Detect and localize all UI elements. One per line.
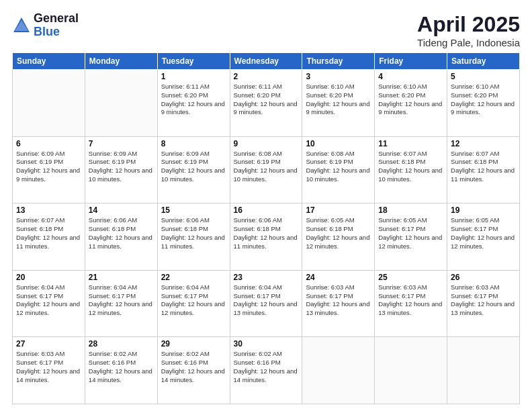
day-number: 21 <box>89 273 154 282</box>
day-cell: 6Sunrise: 6:09 AM Sunset: 6:19 PM Daylig… <box>13 136 85 203</box>
day-info: Sunrise: 6:07 AM Sunset: 6:18 PM Dayligh… <box>16 216 81 250</box>
day-info: Sunrise: 6:02 AM Sunset: 6:16 PM Dayligh… <box>89 350 154 384</box>
day-cell: 16Sunrise: 6:06 AM Sunset: 6:18 PM Dayli… <box>230 203 302 271</box>
day-info: Sunrise: 6:03 AM Sunset: 6:17 PM Dayligh… <box>16 350 81 384</box>
calendar-table: Sunday Monday Tuesday Wednesday Thursday… <box>12 52 520 404</box>
calendar-body: 1Sunrise: 6:11 AM Sunset: 6:20 PM Daylig… <box>13 70 520 404</box>
day-number: 18 <box>378 205 443 215</box>
day-info: Sunrise: 6:10 AM Sunset: 6:20 PM Dayligh… <box>378 83 443 117</box>
day-number: 6 <box>16 139 81 148</box>
header: General Blue April 2025 Tideng Pale, Ind… <box>12 12 520 48</box>
col-monday: Monday <box>85 53 157 70</box>
day-number: 2 <box>234 72 299 81</box>
day-info: Sunrise: 6:02 AM Sunset: 6:16 PM Dayligh… <box>161 350 226 384</box>
logo-blue: Blue <box>34 26 79 39</box>
title-location: Tideng Pale, Indonesia <box>417 37 520 48</box>
day-cell: 10Sunrise: 6:08 AM Sunset: 6:19 PM Dayli… <box>302 136 375 203</box>
day-info: Sunrise: 6:07 AM Sunset: 6:18 PM Dayligh… <box>451 150 516 184</box>
day-cell: 9Sunrise: 6:08 AM Sunset: 6:19 PM Daylig… <box>230 136 302 203</box>
day-cell: 17Sunrise: 6:05 AM Sunset: 6:18 PM Dayli… <box>302 203 375 271</box>
week-row-4: 20Sunrise: 6:04 AM Sunset: 6:17 PM Dayli… <box>13 270 520 337</box>
day-cell: 20Sunrise: 6:04 AM Sunset: 6:17 PM Dayli… <box>13 270 85 337</box>
day-number: 24 <box>306 273 371 282</box>
day-info: Sunrise: 6:09 AM Sunset: 6:19 PM Dayligh… <box>161 150 226 184</box>
day-cell: 5Sunrise: 6:10 AM Sunset: 6:20 PM Daylig… <box>447 70 520 137</box>
logo-icon <box>12 16 31 35</box>
day-number: 13 <box>16 205 81 215</box>
day-info: Sunrise: 6:05 AM Sunset: 6:17 PM Dayligh… <box>378 216 443 250</box>
day-cell: 8Sunrise: 6:09 AM Sunset: 6:19 PM Daylig… <box>157 136 230 203</box>
col-sunday: Sunday <box>13 53 85 70</box>
svg-marker-1 <box>15 20 28 31</box>
week-row-1: 1Sunrise: 6:11 AM Sunset: 6:20 PM Daylig… <box>13 70 520 137</box>
col-thursday: Thursday <box>302 53 375 70</box>
day-cell: 22Sunrise: 6:04 AM Sunset: 6:17 PM Dayli… <box>157 270 230 337</box>
day-number: 10 <box>306 139 371 148</box>
day-cell: 27Sunrise: 6:03 AM Sunset: 6:17 PM Dayli… <box>13 337 85 404</box>
week-row-5: 27Sunrise: 6:03 AM Sunset: 6:17 PM Dayli… <box>13 337 520 404</box>
week-row-2: 6Sunrise: 6:09 AM Sunset: 6:19 PM Daylig… <box>13 136 520 203</box>
col-wednesday: Wednesday <box>230 53 302 70</box>
day-number: 29 <box>161 339 226 349</box>
day-cell <box>302 337 375 404</box>
day-cell: 11Sunrise: 6:07 AM Sunset: 6:18 PM Dayli… <box>375 136 447 203</box>
day-cell: 18Sunrise: 6:05 AM Sunset: 6:17 PM Dayli… <box>375 203 447 271</box>
col-saturday: Saturday <box>447 53 520 70</box>
day-info: Sunrise: 6:04 AM Sunset: 6:17 PM Dayligh… <box>16 283 81 318</box>
logo-general: General <box>34 12 79 26</box>
day-cell: 13Sunrise: 6:07 AM Sunset: 6:18 PM Dayli… <box>13 203 85 271</box>
col-friday: Friday <box>375 53 447 70</box>
day-cell: 4Sunrise: 6:10 AM Sunset: 6:20 PM Daylig… <box>375 70 447 137</box>
page: General Blue April 2025 Tideng Pale, Ind… <box>0 0 532 411</box>
day-number: 23 <box>234 273 299 282</box>
calendar-header: Sunday Monday Tuesday Wednesday Thursday… <box>13 53 520 70</box>
day-number: 22 <box>161 273 226 282</box>
day-cell <box>375 337 447 404</box>
day-number: 11 <box>378 139 443 148</box>
day-number: 12 <box>451 139 516 148</box>
day-number: 1 <box>161 72 226 81</box>
day-number: 28 <box>89 339 154 349</box>
day-info: Sunrise: 6:03 AM Sunset: 6:17 PM Dayligh… <box>378 283 443 318</box>
day-number: 15 <box>161 205 226 215</box>
day-info: Sunrise: 6:04 AM Sunset: 6:17 PM Dayligh… <box>161 283 226 318</box>
day-number: 14 <box>89 205 154 215</box>
day-cell: 23Sunrise: 6:04 AM Sunset: 6:17 PM Dayli… <box>230 270 302 337</box>
day-info: Sunrise: 6:08 AM Sunset: 6:19 PM Dayligh… <box>234 150 299 184</box>
day-number: 25 <box>378 273 443 282</box>
day-cell: 19Sunrise: 6:05 AM Sunset: 6:17 PM Dayli… <box>447 203 520 271</box>
day-info: Sunrise: 6:04 AM Sunset: 6:17 PM Dayligh… <box>234 283 299 318</box>
day-cell: 28Sunrise: 6:02 AM Sunset: 6:16 PM Dayli… <box>85 337 157 404</box>
header-row: Sunday Monday Tuesday Wednesday Thursday… <box>13 53 520 70</box>
day-cell: 3Sunrise: 6:10 AM Sunset: 6:20 PM Daylig… <box>302 70 375 137</box>
day-cell: 21Sunrise: 6:04 AM Sunset: 6:17 PM Dayli… <box>85 270 157 337</box>
day-number: 4 <box>378 72 443 81</box>
logo: General Blue <box>12 12 79 39</box>
day-info: Sunrise: 6:02 AM Sunset: 6:16 PM Dayligh… <box>234 350 299 384</box>
title-month: April 2025 <box>417 12 520 37</box>
day-info: Sunrise: 6:06 AM Sunset: 6:18 PM Dayligh… <box>89 216 154 250</box>
day-number: 20 <box>16 273 81 282</box>
day-number: 3 <box>306 72 371 81</box>
day-cell: 12Sunrise: 6:07 AM Sunset: 6:18 PM Dayli… <box>447 136 520 203</box>
day-info: Sunrise: 6:05 AM Sunset: 6:18 PM Dayligh… <box>306 216 371 250</box>
day-cell: 26Sunrise: 6:03 AM Sunset: 6:17 PM Dayli… <box>447 270 520 337</box>
day-info: Sunrise: 6:06 AM Sunset: 6:18 PM Dayligh… <box>161 216 226 250</box>
day-number: 17 <box>306 205 371 215</box>
day-info: Sunrise: 6:09 AM Sunset: 6:19 PM Dayligh… <box>89 150 154 184</box>
day-number: 9 <box>234 139 299 148</box>
day-info: Sunrise: 6:10 AM Sunset: 6:20 PM Dayligh… <box>306 83 371 117</box>
col-tuesday: Tuesday <box>157 53 230 70</box>
day-info: Sunrise: 6:10 AM Sunset: 6:20 PM Dayligh… <box>451 83 516 117</box>
day-cell: 14Sunrise: 6:06 AM Sunset: 6:18 PM Dayli… <box>85 203 157 271</box>
day-info: Sunrise: 6:11 AM Sunset: 6:20 PM Dayligh… <box>234 83 299 117</box>
title-block: April 2025 Tideng Pale, Indonesia <box>417 12 520 48</box>
day-info: Sunrise: 6:03 AM Sunset: 6:17 PM Dayligh… <box>451 283 516 318</box>
day-info: Sunrise: 6:11 AM Sunset: 6:20 PM Dayligh… <box>161 83 226 117</box>
day-number: 30 <box>234 339 299 349</box>
day-info: Sunrise: 6:03 AM Sunset: 6:17 PM Dayligh… <box>306 283 371 318</box>
day-cell: 7Sunrise: 6:09 AM Sunset: 6:19 PM Daylig… <box>85 136 157 203</box>
day-cell: 29Sunrise: 6:02 AM Sunset: 6:16 PM Dayli… <box>157 337 230 404</box>
day-number: 5 <box>451 72 516 81</box>
day-number: 16 <box>234 205 299 215</box>
